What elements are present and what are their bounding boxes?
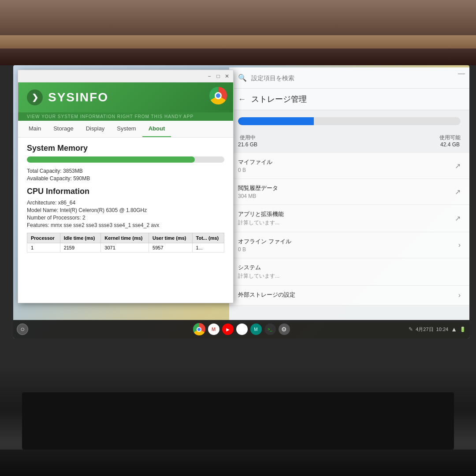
sysinfo-window: − □ ✕ ❯ SYSINFO VIEW YOUR SYSTEM INFORMA…	[18, 70, 234, 303]
memory-progress-fill	[27, 156, 195, 163]
storage-labels: 使用中 21.6 GB 使用可能 42.4 GB	[229, 132, 469, 153]
chevron-right-icon-5: ›	[458, 291, 461, 299]
list-item-apps[interactable]: アプリと拡張機能 計算しています... ↗	[229, 205, 469, 232]
table-row: 1 2159 3071 5957 1...	[27, 243, 224, 253]
cpu-model: Model Name: Intel(R) Celeron(R) 6305 @ 1…	[27, 207, 224, 213]
memory-progress-bar	[27, 156, 224, 163]
external-link-icon-0: ↗	[455, 162, 461, 170]
chrome-logo-icon	[209, 87, 227, 104]
window-titlebar: − □ ✕	[18, 70, 233, 82]
meet-icon: M	[254, 327, 257, 332]
date-label: 4月27日	[416, 326, 433, 333]
wifi-icon[interactable]: ▲	[451, 326, 457, 333]
launcher-button[interactable]: ○	[17, 324, 28, 335]
list-item-system[interactable]: システム 計算しています...	[229, 258, 469, 286]
cpu-section-title: CPU Information	[27, 187, 224, 196]
settings-search-bar: 🔍	[229, 67, 469, 89]
cell-total: 1...	[192, 243, 224, 253]
available-label: 使用可能 42.4 GB	[439, 134, 461, 148]
col-user: User time (ms)	[149, 233, 192, 243]
cell-idle: 2159	[60, 243, 101, 253]
col-processor: Processor	[27, 233, 60, 243]
available-capacity: Available Capacity: 590MB	[27, 175, 224, 182]
maximize-button[interactable]: □	[215, 73, 222, 80]
cpu-architecture: Architecture: x86_64	[27, 200, 224, 206]
col-kernel: Kernel time (ms)	[101, 233, 149, 243]
sysinfo-content: System Memory Total Capacity: 3853MB Ava…	[18, 138, 233, 300]
settings-icon: ⚙	[281, 326, 287, 333]
pen-icon[interactable]: ✎	[409, 326, 413, 332]
settings-header: ← ストレージ管理	[229, 89, 469, 110]
tab-main[interactable]: Main	[22, 121, 47, 137]
cpu-features: Features: mmx sse sse2 sse3 ssse3 sse4_1…	[27, 222, 224, 228]
playstore-taskbar-icon[interactable]: ▶	[236, 324, 248, 335]
tab-storage[interactable]: Storage	[47, 121, 80, 137]
launcher-icon: ○	[20, 325, 25, 333]
sysinfo-subtitle: VIEW YOUR SYSTEM INFORMATION RIGHT FROM …	[18, 112, 233, 121]
top-background	[0, 0, 476, 65]
settings-list: マイファイル 0 B ↗ 閲覧履歴データ 304 MB ↗ アプリと拡張機能 計…	[229, 153, 469, 305]
chrome-taskbar-icon[interactable]	[193, 323, 205, 335]
taskbar: ○ M ▶ ▶ M >_	[13, 320, 469, 338]
list-item-external[interactable]: 外部ストレージの設定 ›	[229, 286, 469, 305]
list-item-myfiles[interactable]: マイファイル 0 B ↗	[229, 153, 469, 179]
sysinfo-title: SYSINFO	[48, 90, 108, 104]
laptop-body	[0, 366, 476, 476]
battery-icon: 🔋	[460, 327, 466, 332]
tab-display[interactable]: Display	[80, 121, 111, 137]
col-total: Tot... (ms)	[192, 233, 224, 243]
taskbar-center: M ▶ ▶ M >_ ⚙	[193, 323, 290, 335]
memory-section-title: System Memory	[27, 144, 224, 153]
cell-user: 5957	[149, 243, 192, 253]
external-link-icon-2: ↗	[455, 214, 461, 223]
cell-kernel: 3071	[101, 243, 149, 253]
settings-minimize[interactable]: —	[458, 70, 465, 78]
cpu-table: Processor Idle time (ms) Kernel time (ms…	[27, 233, 224, 253]
settings-window: — 🔍 ← ストレージ管理 使用中 21.6 GB 使用可能 42.4 GB	[229, 67, 469, 323]
terminal-icon: >_	[268, 327, 272, 331]
taskbar-right: ✎ 4月27日 10:24 ▲ 🔋	[409, 326, 466, 333]
terminal-taskbar-icon[interactable]: >_	[264, 324, 276, 335]
laptop-screen: − □ ✕ ❯ SYSINFO VIEW YOUR SYSTEM INFORMA…	[13, 65, 469, 338]
sysinfo-logo-icon: ❯	[27, 89, 43, 105]
used-label: 使用中 21.6 GB	[238, 134, 257, 148]
gmail-taskbar-icon[interactable]: M	[208, 324, 219, 335]
total-capacity: Total Capacity: 3853MB	[27, 168, 224, 174]
page-title: ストレージ管理	[251, 94, 307, 104]
settings-taskbar-icon[interactable]: ⚙	[279, 324, 290, 335]
sysinfo-tabs: Main Storage Display System About	[18, 121, 233, 138]
time-label: 10:24	[436, 327, 449, 332]
search-icon: 🔍	[238, 74, 247, 82]
cpu-processors: Number of Processors: 2	[27, 215, 224, 221]
youtube-icon: ▶	[226, 327, 230, 332]
sysinfo-header: ❯ SYSINFO	[18, 82, 233, 112]
youtube-taskbar-icon[interactable]: ▶	[222, 324, 234, 335]
col-idle: Idle time (ms)	[60, 233, 101, 243]
cell-proc: 1	[27, 243, 60, 253]
keyboard-area	[22, 392, 454, 450]
storage-used-bar	[238, 117, 314, 125]
search-input[interactable]	[251, 74, 461, 82]
tab-system[interactable]: System	[111, 121, 142, 137]
playstore-icon: ▶	[240, 326, 244, 332]
meet-taskbar-icon[interactable]: M	[250, 324, 262, 335]
storage-bar	[238, 117, 461, 125]
close-button[interactable]: ✕	[223, 73, 231, 80]
shelf	[0, 35, 476, 48]
tab-about[interactable]: About	[142, 121, 171, 137]
minimize-button[interactable]: −	[206, 73, 213, 80]
list-item-offline[interactable]: オフライン ファイル 0 B ›	[229, 232, 469, 258]
list-item-browsing[interactable]: 閲覧履歴データ 304 MB ↗	[229, 179, 469, 205]
back-button[interactable]: ←	[238, 95, 246, 104]
laptop-base	[0, 450, 476, 476]
external-link-icon-1: ↗	[455, 188, 461, 196]
chevron-right-icon-3: ›	[458, 241, 461, 249]
taskbar-left: ○	[17, 324, 28, 335]
